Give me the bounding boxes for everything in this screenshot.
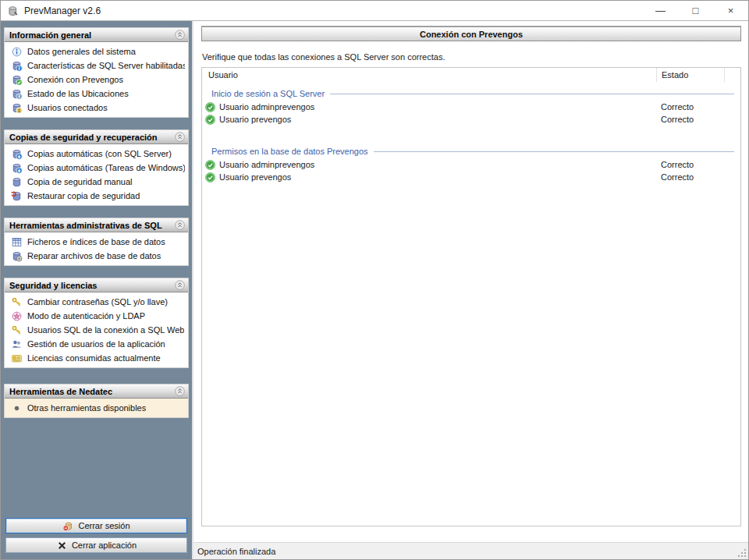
group-rule <box>330 94 734 94</box>
page-title: Conexión con Prevengos <box>420 30 523 39</box>
sidebar-item-label: Datos generales del sistema <box>27 47 136 56</box>
keys-icon <box>11 296 23 308</box>
section-header[interactable]: Seguridad y licencias <box>5 278 188 292</box>
row-estado: Correcto <box>656 102 725 112</box>
minimize-icon: — <box>655 5 666 16</box>
info-icon <box>11 46 23 58</box>
database-users-icon <box>11 102 23 114</box>
sidebar-section-copias-seguridad: Copias de seguridad y recuperación Copia… <box>4 129 189 206</box>
group-rule <box>374 151 734 152</box>
database-status-icon <box>11 88 23 100</box>
collapse-chevron-icon[interactable] <box>175 280 185 290</box>
section-header[interactable]: Copias de seguridad y recuperación <box>5 130 188 144</box>
sidebar-item-reparar-archivos[interactable]: Reparar archivos de base de datos <box>5 249 188 263</box>
table-row[interactable]: Usuario prevengos Correcto <box>202 113 740 126</box>
app-window: PrevManager v2.6 — □ × Información gener… <box>0 0 749 560</box>
sidebar-item-copia-manual[interactable]: Copia de seguridad manual <box>5 175 188 189</box>
sidebar-item-label: Copias automáticas (Tareas de Windows) <box>27 163 185 172</box>
sidebar-item-otras-herramientas[interactable]: Otras herramientas disponibles <box>5 401 188 415</box>
sidebar-item-label: Usuarios conectados <box>27 103 108 112</box>
cerrar-aplicacion-button[interactable]: Cerrar aplicación <box>5 537 187 553</box>
collapse-chevron-icon[interactable] <box>175 386 185 396</box>
row-estado: Correcto <box>656 172 725 182</box>
sidebar-item-label: Ficheros e índices de base de datos <box>27 237 165 246</box>
page-header: Conexión con Prevengos <box>201 26 741 41</box>
sidebar-item-estado-ubicaciones[interactable]: Estado de las Ubicaciones <box>5 87 188 101</box>
section-header[interactable]: Herramientas de Nedatec <box>5 385 188 399</box>
sidebar-item-label: Otras herramientas disponibles <box>27 403 146 413</box>
row-usuario: Usuario prevengos <box>219 172 291 182</box>
collapse-chevron-icon[interactable] <box>175 30 185 40</box>
sidebar-item-usuarios-sql-web[interactable]: Usuarios SQL de la conexión a SQL Web <box>5 323 188 337</box>
section-title: Herramientas administrativas de SQL <box>9 221 175 230</box>
connections-table: Usuario Estado Inicio de sesión a SQL Se… <box>201 67 741 526</box>
collapse-chevron-icon[interactable] <box>175 220 185 230</box>
sidebar-item-label: Licencias consumidas actualmente <box>27 353 161 363</box>
license-icon <box>11 353 23 364</box>
sidebar-item-caracteristicas-sql[interactable]: Características de SQL Server habilitada… <box>5 58 188 73</box>
group-title-text: Permisos en la base de datos Prevengos <box>211 147 368 156</box>
sidebar-item-copias-tareas-windows[interactable]: Copias automáticas (Tareas de Windows) <box>5 161 188 175</box>
collapse-chevron-icon[interactable] <box>175 132 185 142</box>
sidebar-item-label: Usuarios SQL de la conexión a SQL Web <box>27 325 184 335</box>
section-title: Herramientas de Nedatec <box>9 387 175 396</box>
sidebar-item-restaurar-copia[interactable]: Restaurar copia de seguridad <box>5 189 188 203</box>
database-icon <box>11 176 23 188</box>
database-restore-icon <box>11 190 23 202</box>
sidebar-item-usuarios-conectados[interactable]: Usuarios conectados <box>5 101 188 115</box>
table-row[interactable]: Usuario prevengos Correcto <box>202 171 740 183</box>
database-info-icon <box>11 60 23 72</box>
ldap-icon <box>11 310 23 322</box>
sidebar-item-gestion-usuarios[interactable]: Gestión de usuarios de la aplicación <box>5 337 188 351</box>
row-estado: Correcto <box>656 115 725 124</box>
group-header-inicio-sesion: Inicio de sesión a SQL Server <box>211 89 734 98</box>
table-row[interactable]: Usuario adminprevengos Correcto <box>202 158 740 171</box>
sidebar-item-label: Gestión de usuarios de la aplicación <box>27 339 165 349</box>
sidebar-item-copias-sql-server[interactable]: Copias automáticas (con SQL Server) <box>5 147 188 161</box>
table-row[interactable]: Usuario adminprevengos Correcto <box>202 101 740 113</box>
column-header-estado[interactable]: Estado <box>656 68 725 82</box>
cerrar-sesion-button[interactable]: Cerrar sesión <box>5 518 187 533</box>
group-title-text: Inicio de sesión a SQL Server <box>211 89 325 98</box>
sidebar-section-herramientas-nedatec: Herramientas de Nedatec Otras herramient… <box>4 384 189 418</box>
maximize-button[interactable]: □ <box>678 1 713 20</box>
status-text: Operación finalizada <box>197 547 737 556</box>
sidebar-item-ficheros-indices[interactable]: Ficheros e índices de base de datos <box>5 235 188 249</box>
section-header[interactable]: Información general <box>5 28 188 42</box>
sidebar-section-informacion-general: Información general Datos generales del … <box>4 27 189 118</box>
section-header[interactable]: Herramientas administrativas de SQL <box>5 218 188 232</box>
database-backup-icon <box>11 148 23 160</box>
sidebar-item-label: Cambiar contraseñas (SQL y/o llave) <box>27 297 168 307</box>
main-content: Conexión con Prevengos Verifique que tod… <box>193 21 748 559</box>
table-header-row: Usuario Estado <box>202 68 740 82</box>
column-header-usuario[interactable]: Usuario <box>202 70 656 80</box>
close-button[interactable]: × <box>713 1 748 20</box>
bullet-icon <box>11 402 23 414</box>
success-check-icon <box>205 115 215 125</box>
sidebar-item-label: Características de SQL Server habilitada… <box>27 61 185 70</box>
close-icon: × <box>728 5 734 16</box>
sidebar-item-cambiar-contrasenas[interactable]: Cambiar contraseñas (SQL y/o llave) <box>5 295 188 309</box>
status-bar: Operación finalizada <box>193 542 748 559</box>
minimize-button[interactable]: — <box>643 1 678 20</box>
database-check-icon <box>11 74 23 86</box>
sidebar-item-conexion-prevengos[interactable]: Conexión con Prevengos <box>5 73 188 87</box>
table-files-icon <box>11 236 23 248</box>
cerrar-sesion-label: Cerrar sesión <box>78 521 130 530</box>
sidebar-item-label: Restaurar copia de seguridad <box>27 191 140 200</box>
app-icon <box>7 5 20 17</box>
success-check-icon <box>205 172 215 183</box>
database-backup-icon <box>11 162 23 174</box>
sidebar-item-label: Estado de las Ubicaciones <box>27 89 129 98</box>
database-repair-icon <box>11 250 23 262</box>
sidebar-item-modo-autenticacion[interactable]: Modo de autenticación y LDAP <box>5 309 188 323</box>
sidebar-item-datos-generales[interactable]: Datos generales del sistema <box>5 44 188 58</box>
sidebar-item-licencias-consumidas[interactable]: Licencias consumidas actualmente <box>5 351 188 365</box>
sidebar-item-label: Copia de seguridad manual <box>27 177 133 186</box>
cerrar-aplicacion-label: Cerrar aplicación <box>72 541 137 550</box>
instruction-text: Verifique que todas las conexiones a SQL… <box>202 52 741 62</box>
resize-grip[interactable] <box>737 548 747 558</box>
keys-icon <box>11 324 23 336</box>
sidebar-item-label: Reparar archivos de base de datos <box>27 251 161 261</box>
sidebar-section-seguridad-licencias: Seguridad y licencias Cambiar contraseña… <box>4 278 189 368</box>
